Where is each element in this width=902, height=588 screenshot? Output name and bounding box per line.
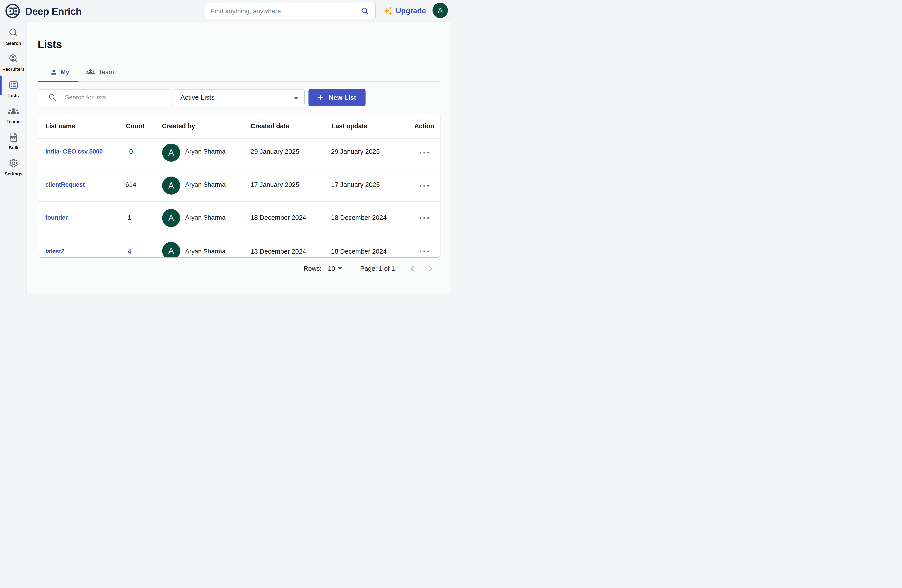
svg-text:CSV: CSV bbox=[11, 136, 16, 139]
